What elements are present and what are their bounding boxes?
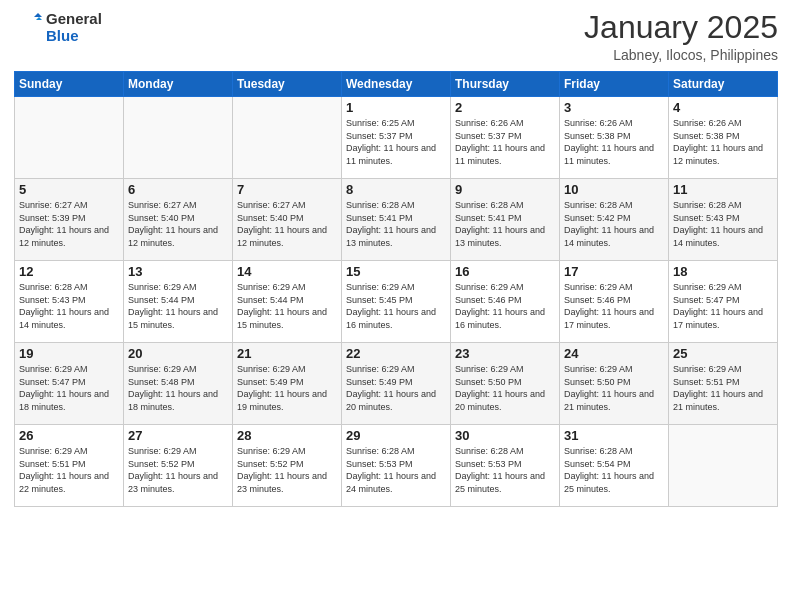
day-cell-19: 19Sunrise: 6:29 AM Sunset: 5:47 PM Dayli… <box>15 343 124 425</box>
day-info: Sunrise: 6:28 AM Sunset: 5:53 PM Dayligh… <box>346 445 446 495</box>
day-info: Sunrise: 6:29 AM Sunset: 5:51 PM Dayligh… <box>19 445 119 495</box>
day-cell-31: 31Sunrise: 6:28 AM Sunset: 5:54 PM Dayli… <box>560 425 669 507</box>
day-cell-13: 13Sunrise: 6:29 AM Sunset: 5:44 PM Dayli… <box>124 261 233 343</box>
month-title: January 2025 <box>584 10 778 45</box>
week-row-4: 19Sunrise: 6:29 AM Sunset: 5:47 PM Dayli… <box>15 343 778 425</box>
empty-cell <box>669 425 778 507</box>
day-number: 25 <box>673 346 773 361</box>
day-cell-22: 22Sunrise: 6:29 AM Sunset: 5:49 PM Dayli… <box>342 343 451 425</box>
svg-marker-1 <box>36 17 42 20</box>
day-cell-18: 18Sunrise: 6:29 AM Sunset: 5:47 PM Dayli… <box>669 261 778 343</box>
day-number: 4 <box>673 100 773 115</box>
header: General Blue January 2025 Labney, Ilocos… <box>14 10 778 63</box>
day-number: 18 <box>673 264 773 279</box>
day-cell-1: 1Sunrise: 6:25 AM Sunset: 5:37 PM Daylig… <box>342 97 451 179</box>
week-row-5: 26Sunrise: 6:29 AM Sunset: 5:51 PM Dayli… <box>15 425 778 507</box>
weekday-thursday: Thursday <box>451 72 560 97</box>
day-number: 15 <box>346 264 446 279</box>
day-cell-14: 14Sunrise: 6:29 AM Sunset: 5:44 PM Dayli… <box>233 261 342 343</box>
weekday-row: SundayMondayTuesdayWednesdayThursdayFrid… <box>15 72 778 97</box>
day-info: Sunrise: 6:29 AM Sunset: 5:44 PM Dayligh… <box>128 281 228 331</box>
day-number: 27 <box>128 428 228 443</box>
day-cell-4: 4Sunrise: 6:26 AM Sunset: 5:38 PM Daylig… <box>669 97 778 179</box>
day-number: 17 <box>564 264 664 279</box>
day-info: Sunrise: 6:29 AM Sunset: 5:49 PM Dayligh… <box>346 363 446 413</box>
empty-cell <box>124 97 233 179</box>
day-info: Sunrise: 6:29 AM Sunset: 5:52 PM Dayligh… <box>128 445 228 495</box>
weekday-tuesday: Tuesday <box>233 72 342 97</box>
empty-cell <box>15 97 124 179</box>
day-info: Sunrise: 6:29 AM Sunset: 5:46 PM Dayligh… <box>564 281 664 331</box>
day-cell-26: 26Sunrise: 6:29 AM Sunset: 5:51 PM Dayli… <box>15 425 124 507</box>
day-cell-12: 12Sunrise: 6:28 AM Sunset: 5:43 PM Dayli… <box>15 261 124 343</box>
day-number: 31 <box>564 428 664 443</box>
day-cell-28: 28Sunrise: 6:29 AM Sunset: 5:52 PM Dayli… <box>233 425 342 507</box>
day-cell-27: 27Sunrise: 6:29 AM Sunset: 5:52 PM Dayli… <box>124 425 233 507</box>
day-number: 14 <box>237 264 337 279</box>
day-info: Sunrise: 6:29 AM Sunset: 5:52 PM Dayligh… <box>237 445 337 495</box>
day-cell-30: 30Sunrise: 6:28 AM Sunset: 5:53 PM Dayli… <box>451 425 560 507</box>
day-info: Sunrise: 6:29 AM Sunset: 5:47 PM Dayligh… <box>673 281 773 331</box>
weekday-wednesday: Wednesday <box>342 72 451 97</box>
day-number: 23 <box>455 346 555 361</box>
day-info: Sunrise: 6:27 AM Sunset: 5:39 PM Dayligh… <box>19 199 119 249</box>
calendar-header: SundayMondayTuesdayWednesdayThursdayFrid… <box>15 72 778 97</box>
day-info: Sunrise: 6:28 AM Sunset: 5:41 PM Dayligh… <box>346 199 446 249</box>
day-info: Sunrise: 6:29 AM Sunset: 5:49 PM Dayligh… <box>237 363 337 413</box>
day-number: 26 <box>19 428 119 443</box>
day-cell-24: 24Sunrise: 6:29 AM Sunset: 5:50 PM Dayli… <box>560 343 669 425</box>
day-cell-20: 20Sunrise: 6:29 AM Sunset: 5:48 PM Dayli… <box>124 343 233 425</box>
day-number: 21 <box>237 346 337 361</box>
logo-blue: Blue <box>46 27 102 44</box>
day-info: Sunrise: 6:28 AM Sunset: 5:53 PM Dayligh… <box>455 445 555 495</box>
day-info: Sunrise: 6:29 AM Sunset: 5:46 PM Dayligh… <box>455 281 555 331</box>
logo-container: General Blue <box>14 10 102 45</box>
day-number: 7 <box>237 182 337 197</box>
day-info: Sunrise: 6:28 AM Sunset: 5:54 PM Dayligh… <box>564 445 664 495</box>
day-number: 16 <box>455 264 555 279</box>
day-info: Sunrise: 6:29 AM Sunset: 5:48 PM Dayligh… <box>128 363 228 413</box>
weekday-monday: Monday <box>124 72 233 97</box>
day-info: Sunrise: 6:26 AM Sunset: 5:38 PM Dayligh… <box>564 117 664 167</box>
day-info: Sunrise: 6:28 AM Sunset: 5:41 PM Dayligh… <box>455 199 555 249</box>
day-info: Sunrise: 6:29 AM Sunset: 5:50 PM Dayligh… <box>564 363 664 413</box>
day-cell-6: 6Sunrise: 6:27 AM Sunset: 5:40 PM Daylig… <box>124 179 233 261</box>
day-cell-15: 15Sunrise: 6:29 AM Sunset: 5:45 PM Dayli… <box>342 261 451 343</box>
day-info: Sunrise: 6:26 AM Sunset: 5:38 PM Dayligh… <box>673 117 773 167</box>
day-cell-7: 7Sunrise: 6:27 AM Sunset: 5:40 PM Daylig… <box>233 179 342 261</box>
day-number: 30 <box>455 428 555 443</box>
day-info: Sunrise: 6:29 AM Sunset: 5:44 PM Dayligh… <box>237 281 337 331</box>
day-number: 28 <box>237 428 337 443</box>
day-info: Sunrise: 6:27 AM Sunset: 5:40 PM Dayligh… <box>128 199 228 249</box>
title-block: January 2025 Labney, Ilocos, Philippines <box>584 10 778 63</box>
day-number: 10 <box>564 182 664 197</box>
calendar: SundayMondayTuesdayWednesdayThursdayFrid… <box>14 71 778 507</box>
day-cell-2: 2Sunrise: 6:26 AM Sunset: 5:37 PM Daylig… <box>451 97 560 179</box>
day-cell-10: 10Sunrise: 6:28 AM Sunset: 5:42 PM Dayli… <box>560 179 669 261</box>
logo-general: General <box>46 10 102 27</box>
weekday-sunday: Sunday <box>15 72 124 97</box>
day-cell-23: 23Sunrise: 6:29 AM Sunset: 5:50 PM Dayli… <box>451 343 560 425</box>
day-info: Sunrise: 6:28 AM Sunset: 5:42 PM Dayligh… <box>564 199 664 249</box>
weekday-saturday: Saturday <box>669 72 778 97</box>
day-cell-9: 9Sunrise: 6:28 AM Sunset: 5:41 PM Daylig… <box>451 179 560 261</box>
day-info: Sunrise: 6:29 AM Sunset: 5:50 PM Dayligh… <box>455 363 555 413</box>
day-cell-17: 17Sunrise: 6:29 AM Sunset: 5:46 PM Dayli… <box>560 261 669 343</box>
day-info: Sunrise: 6:28 AM Sunset: 5:43 PM Dayligh… <box>673 199 773 249</box>
day-cell-3: 3Sunrise: 6:26 AM Sunset: 5:38 PM Daylig… <box>560 97 669 179</box>
day-info: Sunrise: 6:26 AM Sunset: 5:37 PM Dayligh… <box>455 117 555 167</box>
day-cell-11: 11Sunrise: 6:28 AM Sunset: 5:43 PM Dayli… <box>669 179 778 261</box>
day-number: 24 <box>564 346 664 361</box>
location: Labney, Ilocos, Philippines <box>584 47 778 63</box>
logo-text: General Blue <box>46 10 102 45</box>
week-row-2: 5Sunrise: 6:27 AM Sunset: 5:39 PM Daylig… <box>15 179 778 261</box>
day-cell-25: 25Sunrise: 6:29 AM Sunset: 5:51 PM Dayli… <box>669 343 778 425</box>
logo-bird-icon <box>14 13 42 41</box>
day-number: 20 <box>128 346 228 361</box>
logo: General Blue <box>14 10 102 45</box>
empty-cell <box>233 97 342 179</box>
day-cell-21: 21Sunrise: 6:29 AM Sunset: 5:49 PM Dayli… <box>233 343 342 425</box>
day-number: 5 <box>19 182 119 197</box>
svg-marker-0 <box>34 13 42 17</box>
day-number: 9 <box>455 182 555 197</box>
